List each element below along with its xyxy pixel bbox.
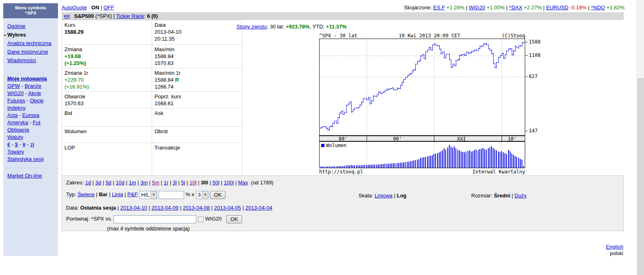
sidebar-item-fut[interactable]: Fut: [33, 119, 41, 126]
range-50l[interactable]: 50l: [213, 180, 219, 186]
range-5m[interactable]: 5m: [152, 180, 159, 186]
returns-link[interactable]: Stopy zwrotu: [236, 24, 267, 30]
scale-log[interactable]: Log: [397, 193, 406, 199]
sidebar-item-item[interactable]: ¥: [23, 141, 26, 147]
range-5l[interactable]: 5l: [181, 180, 185, 186]
date-link-2013-04-10[interactable]: 2013-04-10: [120, 205, 147, 211]
table-row: Kurs 1588.29 Data 2013-04-10 20:11:35: [62, 20, 242, 45]
range-1d[interactable]: 1d: [85, 180, 91, 186]
vertical-scrollbar[interactable]: [637, 0, 644, 275]
sidebar-item-azja[interactable]: Azja: [7, 112, 17, 118]
returns-ytd-value: +11.37%: [326, 24, 347, 30]
sidebar-item-analiza-techniczna[interactable]: Analiza techniczna: [7, 40, 51, 46]
otwarcie-label: Otwarcie: [64, 93, 149, 100]
date-link-2013-04-08[interactable]: 2013-04-08: [183, 205, 210, 211]
related-link-es-f[interactable]: ES.F: [433, 4, 445, 11]
date-link-2013-04-05[interactable]: 2013-04-05: [214, 205, 241, 211]
compare-input[interactable]: [114, 215, 196, 223]
kurs-label: Kurs: [64, 22, 149, 28]
range-1r[interactable]: 1r: [164, 180, 169, 186]
sidebar-item-ameryka[interactable]: Ameryka: [7, 119, 28, 126]
sidebar-item-item[interactable]: €: [7, 141, 10, 147]
range-max[interactable]: Max: [238, 180, 248, 186]
cell-zmiana: Zmiana +19.68 (+1.25%): [62, 45, 152, 68]
scrollbar-thumb[interactable]: [638, 78, 644, 275]
price-axis-label: 147: [526, 128, 538, 134]
maxmin-label: Max/min: [155, 46, 239, 53]
zmiana-value: +19.68: [64, 53, 149, 60]
range-100l[interactable]: 100l: [224, 180, 234, 186]
zmiana1r-label: Zmiana 1r: [64, 69, 149, 76]
sidebar-item-wiadomo-ci[interactable]: Wiadomości: [7, 57, 36, 63]
back-link[interactable]: <<: [64, 13, 70, 19]
range-10d[interactable]: 10d: [116, 180, 125, 186]
sidebar-item-gpw[interactable]: GPW: [7, 83, 20, 89]
time-axis-strip: 80'90'XXI10': [319, 136, 525, 141]
sidebar-item-market-online[interactable]: Market On-line: [7, 173, 42, 179]
size-label: Rozmiar:: [471, 193, 492, 199]
wig20-checkbox[interactable]: [198, 217, 204, 222]
related-link-eurusd[interactable]: EURUSD: [546, 4, 569, 11]
range-10l[interactable]: 10l: [189, 180, 196, 186]
related-link-wig20[interactable]: WIG20: [469, 4, 485, 11]
sidebar-item-obligacje[interactable]: Obligacje: [7, 127, 29, 133]
related-link-dax[interactable]: ^DAX: [509, 4, 522, 11]
sidebar-item-europa[interactable]: Europa: [22, 112, 39, 118]
ticker-rank-link[interactable]: Ticker Rank: [116, 13, 144, 19]
sidebar-item-waluty[interactable]: Waluty: [7, 134, 23, 140]
type-linia[interactable]: Linia: [112, 191, 123, 197]
language-english-link[interactable]: English: [606, 244, 623, 250]
sidebar-item-row: Indeksy: [7, 104, 58, 112]
sidebar-item-row: Ogólnie: [7, 22, 58, 30]
compare-ok-button[interactable]: OK: [226, 215, 242, 223]
autoquote-link[interactable]: AutoQuote: [62, 4, 87, 11]
range-label: Zakres:: [66, 180, 84, 186]
sidebar-item-wykres[interactable]: Wykres: [7, 32, 26, 38]
maxmin1r-min: 1266.74: [155, 83, 239, 90]
range-3d[interactable]: 3d: [95, 180, 101, 186]
price-svg: [320, 39, 525, 135]
sidebar-item-og-lnie[interactable]: Ogólnie: [7, 23, 26, 29]
type-bar[interactable]: Bar: [99, 191, 108, 197]
sidebar-item-dane-historyczne[interactable]: Dane historyczne: [7, 49, 48, 55]
type-wiece[interactable]: Świece: [77, 191, 94, 197]
range-1m[interactable]: 1m: [129, 180, 136, 186]
range-5d[interactable]: 5d: [105, 180, 111, 186]
sidebar-item-moje-notowania[interactable]: Moje notowania: [7, 76, 47, 82]
percent-input[interactable]: [159, 191, 184, 199]
zmiana-pct: (+1.25%): [64, 60, 149, 67]
autoquote-on[interactable]: ON: [91, 4, 99, 11]
autoquote-off[interactable]: OFF: [103, 4, 114, 11]
type-ok-button[interactable]: OK: [210, 191, 226, 199]
price-axis-label: 627: [526, 74, 538, 79]
axis-label: 80': [339, 136, 348, 142]
related-link-ndq[interactable]: ^NDQ: [591, 4, 605, 11]
type-p-f[interactable]: P&F: [127, 191, 137, 197]
cell-obrot: Obrót: [152, 127, 242, 143]
range-30l[interactable]: 30l: [201, 180, 208, 186]
sidebar-item-row: Futures - Opcje: [7, 97, 58, 104]
hl-select[interactable]: H/L▼: [139, 191, 157, 199]
size-redni[interactable]: Średni: [494, 193, 510, 199]
price-axis-label: 1108: [526, 52, 541, 58]
price-panel[interactable]: [319, 39, 525, 136]
date-link-2013-04-04[interactable]: 2013-04-04: [245, 205, 273, 211]
sidebar-item-opcje[interactable]: Opcje: [30, 97, 44, 104]
multiplier-select[interactable]: 3▼: [196, 191, 208, 199]
scale-label: Skala:: [358, 193, 373, 199]
scale-liniowa[interactable]: Liniowa: [375, 193, 393, 199]
sidebar-item-futures[interactable]: Futures: [7, 97, 25, 104]
date-link-2013-04-09[interactable]: 2013-04-09: [152, 205, 179, 211]
sidebar-item-statystyka-sesji[interactable]: Statystyka sesji: [7, 156, 44, 162]
sidebar-item-item[interactable]: $: [15, 141, 18, 147]
size-du-y[interactable]: Duży: [515, 193, 527, 199]
range-3m[interactable]: 3m: [140, 180, 148, 186]
sidebar-item-indeksy[interactable]: Indeksy: [7, 105, 26, 111]
volume-panel: Wolumen: [319, 141, 525, 168]
sidebar-item-bran-e[interactable]: Branże: [25, 83, 41, 89]
sidebar-item-wig20[interactable]: WIG20: [7, 90, 24, 96]
sidebar-item-towary[interactable]: Towary: [7, 149, 24, 155]
sidebar-item-akcje[interactable]: Akcje: [28, 90, 41, 96]
range-3l[interactable]: 3l: [173, 180, 177, 186]
sidebar-item-z[interactable]: zł: [30, 141, 34, 147]
